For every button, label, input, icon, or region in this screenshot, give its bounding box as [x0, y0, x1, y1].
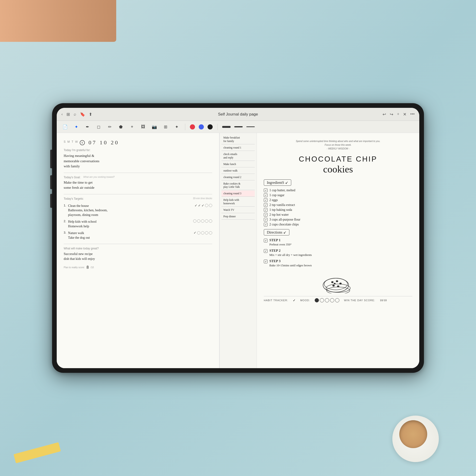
- toolbar-separator: [185, 124, 185, 130]
- circle-1: [205, 204, 208, 207]
- add-button[interactable]: +: [397, 112, 399, 117]
- document-icon[interactable]: 📄: [61, 123, 69, 131]
- schedule-item-5: outdoor walk: [221, 168, 255, 174]
- target-2-num: 2.: [64, 220, 66, 223]
- mood-circle-1: [315, 298, 319, 302]
- lasso-tool[interactable]: ⌖: [128, 123, 136, 131]
- check-1: ✓: [195, 204, 197, 207]
- bookmark-button[interactable]: 🔖: [80, 112, 85, 117]
- ingredient-check-6: ✓: [264, 213, 268, 217]
- direction-check-3: ✓: [264, 260, 268, 263]
- ingredient-check-1: ✓: [264, 188, 268, 192]
- undo-button[interactable]: ↩: [383, 112, 386, 117]
- schedule-item-10: Watch TV: [221, 207, 255, 213]
- target-item-1: 1. Clean the houseBathrooms, kitchen, be…: [64, 204, 212, 217]
- schedule-item-9: Help kids withhomework: [221, 197, 255, 207]
- shapes-tool[interactable]: ⬟: [117, 123, 125, 131]
- ingredients-label: IngredientS ↙: [264, 179, 291, 186]
- coffee-surface: [399, 420, 427, 448]
- schedule-item-6: cleaning round 2: [221, 174, 255, 180]
- schedule-item-1: Make breakfastfor family: [221, 135, 255, 144]
- direction-check-1: ✓: [264, 239, 268, 242]
- toolbar-separator-2: [217, 124, 218, 130]
- mood-circles: [315, 298, 339, 302]
- color-black[interactable]: [207, 124, 213, 129]
- target-item-3: 3. Nature walkTake the dog out ✓: [64, 231, 212, 240]
- recipe-title-top: CHOCOLATE CHIP: [264, 155, 412, 163]
- bluetooth-icon[interactable]: ✦: [72, 123, 80, 131]
- search-button[interactable]: ⌕: [74, 112, 76, 117]
- direction-1: ✓ STEP 1 Preheat oven 350°: [264, 238, 412, 246]
- circle-2: [209, 204, 212, 207]
- circle-11: [209, 231, 212, 235]
- plan-label: Plan to reality score:: [64, 266, 85, 269]
- ipad-volume-up: [50, 175, 52, 189]
- camera-tool[interactable]: 📷: [151, 123, 158, 131]
- step-3-label: STEP 3: [269, 259, 312, 263]
- marker-tool[interactable]: ✦: [173, 123, 180, 131]
- redo-button[interactable]: ↪: [390, 112, 393, 117]
- circle-4: [197, 220, 200, 223]
- line-thickness-thick[interactable]: [222, 126, 231, 128]
- nav-right: ↩ ↪ + ✕ •••: [297, 112, 415, 117]
- grid-view-button[interactable]: ⊞: [67, 112, 70, 117]
- check-3: ✓: [202, 204, 204, 207]
- mood-circle-2: [320, 298, 324, 302]
- schedule-item-4: Make lunch: [221, 161, 255, 167]
- pen-tool[interactable]: ✒: [84, 123, 91, 131]
- target-3-num: 3.: [64, 231, 66, 234]
- direction-2: ✓ STEP 2 Mix + stir all dry + wet ingred…: [264, 249, 412, 257]
- circle-9: [201, 231, 204, 235]
- table-tool[interactable]: ⊞: [162, 123, 169, 131]
- ingredient-1: ✓ 1 cup butter, melted: [264, 188, 412, 192]
- left-journal-page: S M T W T 07 10 20 Today I'm grateful fo…: [57, 133, 220, 368]
- drawing-toolbar: 📄 ✦ ✒ ◻ ✏ ⬟ ⌖ 🖼 📷 ⊞ ✦: [57, 121, 419, 133]
- habit-tracker-label: HABIT TRACKER:: [264, 299, 288, 302]
- ingredient-check-7: ✓: [264, 218, 268, 221]
- svg-point-3: [336, 280, 338, 282]
- image-tool[interactable]: 🖼: [139, 123, 147, 131]
- direction-check-2: ✓: [264, 249, 268, 253]
- line-thickness-medium[interactable]: [234, 126, 243, 127]
- close-button[interactable]: ✕: [403, 112, 407, 117]
- goal-text: Make the time to getsome fresh air outsi…: [64, 180, 212, 190]
- target-2-checks: [193, 220, 212, 223]
- targets-sublabel: 30-min time blocks: [193, 197, 212, 202]
- goal-row: Today's Goal: What are you seeking towar…: [64, 176, 212, 179]
- step-2-text: Mix + stir all dry + wet ingredients: [269, 253, 312, 257]
- ipad-volume-down: [50, 194, 52, 208]
- ipad-screen: ‹ ⊞ ⌕ 🔖 ⬆ Self Journal daily page ↩ ↪ + …: [57, 108, 419, 368]
- day-w: W: [75, 140, 78, 145]
- step-1-text: Preheat oven 350°: [269, 243, 291, 246]
- target-2-row: 2. Help kids with schoolHomework help: [64, 220, 212, 228]
- pencil-tool[interactable]: ✏: [106, 123, 113, 131]
- back-button[interactable]: ‹: [61, 112, 63, 117]
- eraser-tool[interactable]: ◻: [95, 123, 102, 131]
- divider-3: [64, 244, 212, 244]
- line-thickness-thin[interactable]: [246, 126, 255, 127]
- share-button[interactable]: ⬆: [89, 112, 92, 117]
- target-3-text: Nature walkTake the dog out: [68, 231, 192, 240]
- win-score: 10/10: [380, 298, 387, 302]
- svg-point-5: [332, 285, 335, 287]
- ingredient-2: ✓ 1 cup sugar: [264, 193, 412, 197]
- ingredient-7: ✓ 3 cups all-purpose flour: [264, 218, 412, 221]
- target-1-row: 1. Clean the houseBathrooms, kitchen, be…: [64, 204, 212, 217]
- mood-circle-4: [330, 298, 334, 302]
- ipad-device: ✦Pencil ‹ ⊞ ⌕ 🔖 ⬆ Self Journal daily pag…: [52, 103, 424, 373]
- habit-check: ✓: [293, 298, 296, 302]
- recipe-title-script: cookies: [264, 164, 412, 175]
- target-1-num: 1.: [64, 204, 66, 207]
- goal-label: Today's Goal:: [64, 176, 80, 179]
- targets-label: Today's Targets:: [64, 197, 84, 200]
- journal-pages: S M T W T 07 10 20 Today I'm grateful fo…: [57, 133, 419, 368]
- more-options-button[interactable]: •••: [410, 112, 415, 117]
- navigation-bar: ‹ ⊞ ⌕ 🔖 ⬆ Self Journal daily page ↩ ↪ + …: [57, 108, 419, 121]
- weekly-wisdom: Spend some uninterrupted time thinking a…: [264, 139, 412, 151]
- targets-header: Today's Targets: 30-min time blocks: [64, 197, 212, 202]
- grateful-label: Today I'm grateful for:: [64, 149, 212, 152]
- color-blue[interactable]: [199, 124, 204, 129]
- ingredient-check-2: ✓: [264, 193, 268, 197]
- check-4: ✓: [194, 231, 196, 235]
- color-red[interactable]: [190, 124, 195, 129]
